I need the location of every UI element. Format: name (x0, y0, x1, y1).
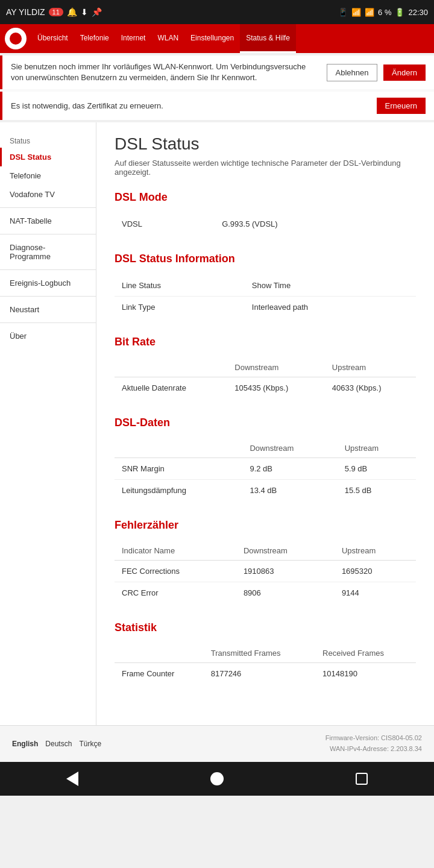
home-button[interactable] (203, 764, 231, 793)
crc-error-label: CRC Error (115, 582, 236, 604)
clock: 22:30 (408, 8, 428, 17)
vdsl-value: G.993.5 (VDSL) (215, 213, 416, 234)
logo (0, 24, 31, 53)
fec-corrections-downstream: 1910863 (236, 561, 335, 582)
nav-item-ubersicht[interactable]: Übersicht (31, 24, 74, 53)
nav-item-wlan[interactable]: WLAN (151, 24, 184, 53)
sidebar-item-uber[interactable]: Über (0, 327, 96, 345)
sidebar-item-vodafone-tv[interactable]: Vodafone TV (0, 185, 96, 204)
table-header-row: Downstream Upstream (115, 439, 416, 458)
col-header-label (115, 439, 242, 458)
section-title-statistik: Statistik (115, 621, 416, 634)
col-header-upstream: Upstream (335, 541, 416, 561)
nav-item-internet[interactable]: Internet (115, 24, 152, 53)
cert-banner-text: Es ist notwendig, das Zertifikat zu erne… (11, 101, 371, 112)
aktuelle-datenrate-upstream: 40633 (Kbps.) (325, 377, 416, 399)
footer-link-turkce[interactable]: Türkçe (79, 740, 101, 748)
sidebar-item-telefonie[interactable]: Telefonie (0, 166, 96, 185)
section-title-dsl-status-info: DSL Status Information (115, 253, 416, 265)
section-title-dsl-mode: DSL Mode (115, 191, 416, 204)
snr-margin-upstream: 5.9 dB (338, 458, 416, 480)
table-row: CRC Error 8906 9144 (115, 582, 416, 604)
line-status-value: Show Time (245, 275, 416, 297)
col-header-transmitted: Transmitted Frames (204, 644, 315, 663)
statistik-table: Transmitted Frames Received Frames Frame… (115, 644, 416, 684)
table-header-row: Downstream Upstream (115, 358, 416, 377)
link-type-value: Interleaved path (245, 297, 416, 318)
footer-info: Firmware-Version: CIS804-05.02 WAN-IPv4-… (326, 733, 422, 754)
sidebar-item-neustart[interactable]: Neustart (0, 300, 96, 319)
col-header-indicator: Indicator Name (115, 541, 236, 561)
wlan-password-banner: Sie benutzen noch immer Ihr vorläufiges … (0, 55, 434, 89)
top-nav: Übersicht Telefonie Internet WLAN Einste… (0, 24, 434, 53)
leitungsdampfung-downstream: 13.4 dB (242, 480, 337, 502)
andern-button[interactable]: Ändern (383, 64, 426, 81)
aktuelle-datenrate-downstream: 105435 (Kbps.) (227, 377, 325, 399)
frame-counter-transmitted: 8177246 (204, 663, 315, 685)
sidebar-divider-4 (0, 296, 96, 297)
frame-counter-received: 10148190 (315, 663, 416, 685)
nav-item-status[interactable]: Status & Hilfe (240, 24, 296, 53)
fec-corrections-label: FEC Corrections (115, 561, 236, 582)
banners-section: Sie benutzen noch immer Ihr vorläufiges … (0, 55, 434, 120)
erneuern-button[interactable]: Erneuern (377, 98, 426, 114)
col-header-downstream: Downstream (227, 358, 325, 377)
sidebar-item-ereignis[interactable]: Ereignis-Logbuch (0, 274, 96, 292)
status-bar-left: AY YILDIZ 11 🔔 ⬇ 📌 (6, 7, 102, 17)
vdsl-label: VDSL (115, 213, 215, 234)
recents-button[interactable] (347, 764, 376, 793)
table-row: Aktuelle Datenrate 105435 (Kbps.) 40633 … (115, 377, 416, 399)
table-row: SNR Margin 9.2 dB 5.9 dB (115, 458, 416, 480)
dsl-status-info-table: Line Status Show Time Link Type Interlea… (115, 275, 416, 318)
table-header-row: Transmitted Frames Received Frames (115, 644, 416, 663)
nav-item-telefonie[interactable]: Telefonie (74, 24, 115, 53)
footer: English Deutsch Türkçe Firmware-Version:… (0, 725, 434, 761)
recents-icon (356, 773, 368, 785)
line-status-label: Line Status (115, 275, 245, 297)
main-container: Status DSL Status Telefonie Vodafone TV … (0, 122, 434, 725)
dsl-daten-table: Downstream Upstream SNR Margin 9.2 dB 5.… (115, 439, 416, 501)
carrier-name: AY YILDIZ (6, 7, 45, 17)
footer-link-english[interactable]: English (12, 740, 38, 748)
wan-ip-address: WAN-IPv4-Adresse: 2.203.8.34 (326, 744, 422, 755)
table-row: VDSL G.993.5 (VDSL) (115, 213, 416, 234)
download-icon: ⬇ (81, 7, 88, 17)
sidebar: Status DSL Status Telefonie Vodafone TV … (0, 122, 96, 725)
logo-inner (10, 33, 22, 45)
notification-icon: 🔔 (67, 7, 77, 17)
nav-items: Übersicht Telefonie Internet WLAN Einste… (31, 24, 434, 53)
section-title-dsl-daten: DSL-Daten (115, 417, 416, 429)
wifi-icon: 📶 (351, 8, 361, 17)
firmware-version: Firmware-Version: CIS804-05.02 (326, 733, 422, 744)
sidebar-item-diagnose[interactable]: Diagnose-Programme (0, 238, 96, 266)
nav-item-einstellungen[interactable]: Einstellungen (184, 24, 240, 53)
notification-badge: 11 (49, 8, 63, 16)
sidebar-divider-1 (0, 207, 96, 208)
ablehnen-button[interactable]: Ablehnen (327, 64, 378, 81)
wlan-banner-text: Sie benutzen noch immer Ihr vorläufiges … (11, 61, 321, 83)
home-icon (210, 772, 224, 785)
logo-circle (5, 28, 27, 49)
section-bit-rate: Bit Rate Downstream Upstream Aktuelle Da… (115, 336, 416, 398)
sidebar-item-dsl-status[interactable]: DSL Status (0, 148, 96, 166)
footer-link-deutsch[interactable]: Deutsch (45, 740, 72, 748)
page-title: DSL Status (115, 134, 416, 154)
sim-indicator-icon: 📱 (338, 8, 348, 17)
table-row: Leitungsdämpfung 13.4 dB 15.5 dB (115, 480, 416, 502)
leitungsdampfung-label: Leitungsdämpfung (115, 480, 242, 502)
section-title-fehlerzahler: Fehlerzähler (115, 519, 416, 532)
section-dsl-daten: DSL-Daten Downstream Upstream SNR Margin… (115, 417, 416, 501)
back-button[interactable] (58, 764, 87, 793)
sim-icon: 📌 (92, 7, 102, 17)
table-row: Line Status Show Time (115, 275, 416, 297)
sidebar-group-label: Status (0, 132, 96, 148)
snr-margin-downstream: 9.2 dB (242, 458, 337, 480)
col-header-received: Received Frames (315, 644, 416, 663)
fec-corrections-upstream: 1695320 (335, 561, 416, 582)
sidebar-divider-2 (0, 234, 96, 234)
snr-margin-label: SNR Margin (115, 458, 242, 480)
android-nav-bar (0, 762, 434, 796)
dsl-mode-table: VDSL G.993.5 (VDSL) (115, 213, 416, 234)
section-statistik: Statistik Transmitted Frames Received Fr… (115, 621, 416, 684)
sidebar-item-nat-tabelle[interactable]: NAT-Tabelle (0, 212, 96, 230)
